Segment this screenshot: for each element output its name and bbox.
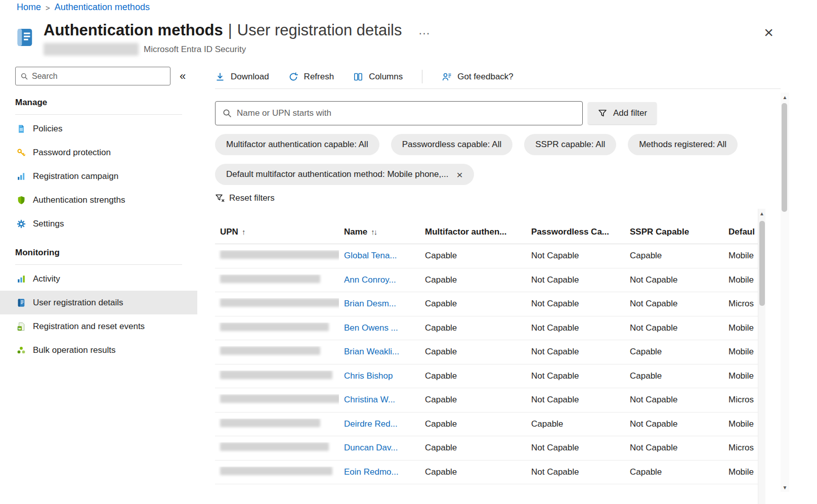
filter-pill-label: Multifactor authentication capable: All (226, 140, 368, 150)
sidebar-item-label: Activity (33, 274, 60, 284)
column-header-upn[interactable]: UPN ↑ (215, 227, 339, 237)
sidebar-item[interactable]: Registration campaign (0, 164, 197, 188)
sspr-capable-cell: Capable (625, 371, 723, 381)
passwordless-capable-cell: Not Capable (526, 323, 625, 333)
sidebar-search-input[interactable] (32, 72, 165, 81)
column-header-default-method[interactable]: Defaul (723, 227, 758, 237)
reset-filters-button[interactable]: Reset filters (215, 193, 275, 203)
passwordless-capable-cell: Capable (526, 419, 625, 429)
add-filter-button[interactable]: Add filter (588, 102, 657, 124)
section-title-monitoring: Monitoring (15, 248, 182, 265)
user-name-link[interactable]: Eoin Redmo... (339, 467, 420, 477)
table-scrollbar[interactable]: ▲ (758, 209, 765, 504)
sidebar-item[interactable]: Bulk operation results (0, 338, 197, 362)
feedback-icon (442, 72, 452, 82)
default-method-cell: Mobile (723, 371, 758, 381)
mfa-capable-cell: Capable (420, 371, 526, 381)
scroll-down-icon[interactable]: ▼ (781, 483, 789, 492)
sidebar-item[interactable]: Activity (0, 267, 197, 291)
sidebar-item-label: Registration campaign (33, 171, 118, 181)
upn-cell (215, 442, 339, 453)
mfa-capable-cell: Capable (420, 251, 526, 261)
feedback-button[interactable]: Got feedback? (442, 72, 513, 82)
redacted-upn (220, 467, 332, 475)
user-name-link[interactable]: Ben Owens ... (339, 323, 420, 333)
filter-pill-default-method[interactable]: Default multifactor authentication metho… (215, 164, 474, 185)
filter-pill-label: Methods registered: All (639, 140, 726, 150)
sidebar-section-manage: Manage Policies Password protection Regi… (0, 98, 197, 236)
filter-pill[interactable]: SSPR capable: All (524, 134, 616, 155)
search-icon (222, 108, 232, 118)
sort-both-icon: ↑↓ (371, 227, 376, 236)
close-button[interactable]: × (764, 24, 773, 40)
sidebar-item[interactable]: Authentication strengths (0, 188, 197, 212)
redacted-upn (220, 346, 320, 355)
toolbar-button[interactable]: Refresh (288, 72, 334, 82)
sidebar-collapse-button[interactable]: « (177, 71, 189, 82)
sidebar-item[interactable]: User registration details (0, 291, 197, 314)
user-name-link[interactable]: Chris Bishop (339, 371, 420, 381)
filter-pill[interactable]: Passwordless capable: All (391, 134, 513, 155)
page-scrollbar[interactable]: ▲ ▼ (781, 93, 789, 492)
upn-cell (215, 298, 339, 309)
user-name-link[interactable]: Duncan Dav... (339, 443, 420, 453)
table-row: Eoin Redmo... Capable Not Capable Capabl… (215, 461, 758, 485)
user-name-link[interactable]: Ann Conroy... (339, 275, 420, 285)
breadcrumb-current-link[interactable]: Authentication methods (55, 2, 150, 13)
activity-icon (17, 274, 26, 284)
sidebar-item[interactable]: Settings (0, 212, 197, 236)
scroll-up-icon[interactable]: ▲ (758, 209, 765, 218)
upn-cell (215, 250, 339, 261)
columns-icon (353, 72, 363, 82)
page-title-divider: | (228, 21, 232, 39)
more-options-button[interactable]: … (418, 24, 431, 36)
passwordless-capable-cell: Not Capable (526, 347, 625, 357)
filter-funnel-icon (597, 108, 608, 118)
search-icon (20, 72, 28, 80)
column-label: Name (344, 227, 367, 237)
key-icon (17, 148, 26, 157)
page-header: Authentication methods|User registration… (15, 21, 431, 56)
toolbar-button[interactable]: Download (215, 72, 269, 82)
user-name-link[interactable]: Deirdre Red... (339, 419, 420, 429)
column-header-sspr[interactable]: SSPR Capable (625, 227, 723, 237)
remove-filter-icon[interactable]: × (456, 169, 462, 180)
mfa-capable-cell: Capable (420, 323, 526, 333)
upn-search-input[interactable] (237, 108, 576, 118)
sidebar-item[interactable]: Password protection (0, 141, 197, 164)
user-name-link[interactable]: Global Tena... (339, 251, 420, 261)
passwordless-capable-cell: Not Capable (526, 275, 625, 285)
upn-cell (215, 394, 339, 405)
toolbar-button-label: Download (231, 72, 269, 82)
sidebar-item[interactable]: Registration and reset events (0, 314, 197, 338)
breadcrumb-home-link[interactable]: Home (17, 2, 41, 13)
scroll-up-icon[interactable]: ▲ (781, 93, 789, 102)
toolbar-button[interactable]: Columns (353, 72, 403, 82)
sspr-capable-cell: Capable (625, 251, 723, 261)
passwordless-capable-cell: Not Capable (526, 443, 625, 453)
bulk-icon (17, 346, 26, 355)
page-scrollbar-thumb[interactable] (782, 103, 787, 212)
table-row: Christina W... Capable Not Capable Not C… (215, 388, 758, 413)
filter-pill[interactable]: Multifactor authentication capable: All (215, 134, 379, 155)
filter-pill-label: Passwordless capable: All (402, 140, 502, 150)
sidebar-item[interactable]: Policies (0, 117, 197, 141)
passwordless-capable-cell: Not Capable (526, 299, 625, 309)
table-scrollbar-thumb[interactable] (759, 221, 765, 306)
user-name-link[interactable]: Brian Desm... (339, 299, 420, 309)
column-header-mfa[interactable]: Multifactor authen... (420, 227, 526, 237)
page-subtitle: Microsoft Entra ID Security (144, 44, 246, 55)
column-header-passwordless[interactable]: Passwordless Ca... (526, 227, 625, 237)
filter-pill[interactable]: Methods registered: All (628, 134, 738, 155)
toolbar-button-label: Columns (369, 72, 403, 82)
redacted-upn (220, 394, 339, 403)
user-name-link[interactable]: Christina W... (339, 395, 420, 405)
redacted-upn (220, 371, 332, 379)
sidebar-item-label: Password protection (33, 148, 111, 158)
sspr-capable-cell: Capable (625, 347, 723, 357)
table-row: Ann Conroy... Capable Not Capable Not Ca… (215, 268, 758, 293)
user-name-link[interactable]: Brian Weakli... (339, 347, 420, 357)
mfa-capable-cell: Capable (420, 443, 526, 453)
gear-icon (17, 219, 26, 228)
column-header-name[interactable]: Name ↑↓ (339, 227, 420, 237)
